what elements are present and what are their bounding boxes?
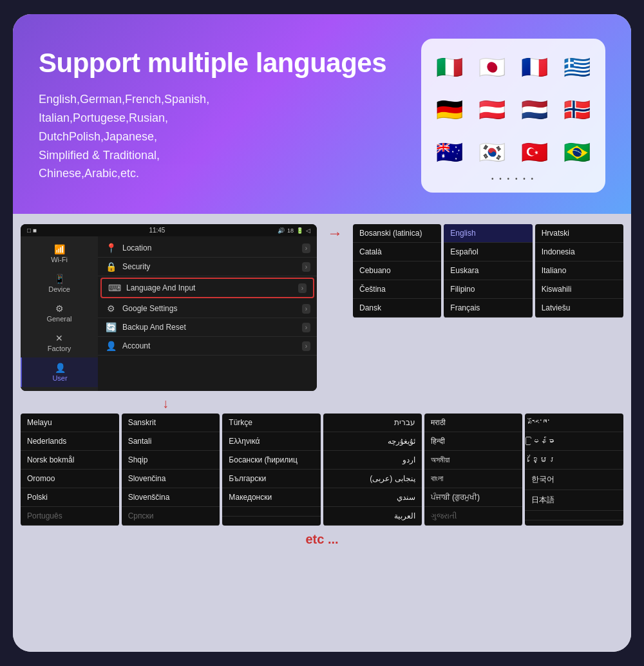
lang-makedonski[interactable]: Македонски <box>222 488 321 507</box>
lang-column-3: Hrvatski Indonesia Italiano Kiswahili La… <box>535 224 623 318</box>
lang-kiswahili[interactable]: Kiswahili <box>535 280 623 299</box>
lang-urdu[interactable]: اردو <box>323 451 422 470</box>
user-icon: 👤 <box>55 363 66 373</box>
lang-punjabi-arabic[interactable]: پنجابی (عربی) <box>323 470 422 488</box>
lang-gujarati[interactable]: ગુજરાતી <box>424 507 523 526</box>
lang-hebrew[interactable]: עברית <box>323 414 422 432</box>
lang-punjabi-gurmukhi[interactable]: ਪੰਜਾਬੀ (ਗੁਰਮੁਖੀ) <box>424 488 523 507</box>
lang-indonesia[interactable]: Indonesia <box>535 243 623 262</box>
lang-balgarski[interactable]: Български <box>222 470 321 488</box>
lang-col-melayu: Melayu Nederlands Norsk bokmål Oromoo Po… <box>21 414 119 526</box>
lang-col-hebrew: עברית ئۇيغۇرچە اردو پنجابی (عربی) سندي ا… <box>323 414 422 526</box>
lang-oromoo[interactable]: Oromoo <box>21 470 119 488</box>
lang-espanol[interactable]: Español <box>444 243 532 262</box>
lang-uyghur[interactable]: ئۇيغۇرچە <box>323 432 422 451</box>
lang-bengali[interactable]: বাংলা <box>424 470 523 488</box>
lang-dansk[interactable]: Dansk <box>353 299 441 318</box>
lang-sanskrit[interactable]: Sanskrit <box>122 414 220 432</box>
android-settings-list: 📍 Location › 🔒 Security › ⌨ Language And… <box>98 236 317 391</box>
nav-factory[interactable]: ✕ Factory <box>21 328 98 357</box>
lang-ellinika[interactable]: Ελληνικά <box>222 432 321 451</box>
security-arrow: › <box>302 262 310 272</box>
lang-santali[interactable]: Santali <box>122 432 220 451</box>
lang-column-2: English Español Euskara Filipino Françai… <box>444 224 532 318</box>
flag-grid: 🇮🇹 🇯🇵 🇫🇷 🇬🇷 🇩🇪 🇦🇹 🇳🇱 🇳🇴 🇦🇺 🇰🇷 🇹🇷 🇧🇷 <box>431 49 595 170</box>
lang-sindhi[interactable]: سندي <box>323 488 422 507</box>
lang-latviesu[interactable]: Latviešu <box>535 299 623 318</box>
lang-francais[interactable]: Français <box>444 299 532 318</box>
flag-norwegian: 🇳🇴 <box>559 91 595 128</box>
flag-italian: 🇮🇹 <box>431 49 468 85</box>
android-screen: □ ■ 11:45 🔊 18 🔋 ◁ 📶 Wi-Fi <box>21 224 317 391</box>
lang-slovencina[interactable]: Slovenčina <box>122 470 220 488</box>
lang-filipino[interactable]: Filipino <box>444 280 532 299</box>
lang-polski[interactable]: Polski <box>21 488 119 507</box>
android-statusbar: □ ■ 11:45 🔊 18 🔋 ◁ <box>21 224 317 236</box>
factory-icon: ✕ <box>55 333 63 343</box>
android-nav: 📶 Wi-Fi 📱 Device ⚙ General ✕ <box>21 236 98 391</box>
lang-row-bottom: Melayu Nederlands Norsk bokmål Oromoo Po… <box>21 414 623 526</box>
lang-blank-1 <box>222 507 321 517</box>
lang-hrvatski[interactable]: Hrvatski <box>535 224 623 243</box>
flag-austrian: 🇦🇹 <box>474 91 510 128</box>
lang-col-turkce: Türkçe Ελληνικά Босански (ћирилиц Българ… <box>222 414 321 526</box>
settings-backup-label: Backup And Reset <box>122 323 297 332</box>
statusbar-time: 11:45 <box>149 227 165 234</box>
lang-english[interactable]: English <box>444 224 532 243</box>
lang-portugues[interactable]: Português <box>21 507 119 526</box>
settings-google[interactable]: ⚙ Google Settings › <box>98 300 317 318</box>
lang-columns-top: Bosanski (latinica) Català Cebuano Češti… <box>353 224 623 318</box>
nav-wifi-label: Wi-Fi <box>51 256 68 263</box>
lang-bosanski[interactable]: Bosanski (latinica) <box>353 224 441 243</box>
lang-turkce[interactable]: Türkçe <box>222 414 321 432</box>
lang-cebuano[interactable]: Cebuano <box>353 262 441 280</box>
lang-slovenscina[interactable]: Slovenščina <box>122 488 220 507</box>
back-icon: ◁ <box>306 227 310 234</box>
main-container: Support multiple languages English,Germa… <box>13 14 631 652</box>
lang-hindi[interactable]: हिन्दी <box>424 432 523 451</box>
lang-blank-2 <box>525 511 623 520</box>
lang-korean[interactable]: 한국어 <box>525 470 623 490</box>
settings-backup[interactable]: 🔄 Backup And Reset › <box>98 318 317 337</box>
lang-bosanski-cir[interactable]: Босански (ћирилиц <box>222 451 321 470</box>
flag-australian: 🇦🇺 <box>431 134 468 170</box>
lang-norsk[interactable]: Norsk bokmål <box>21 451 119 470</box>
lang-japanese[interactable]: 日本語 <box>525 490 623 511</box>
nav-general[interactable]: ⚙ General <box>21 298 98 328</box>
lang-arabic[interactable]: العربية <box>323 507 422 526</box>
lang-col-marathi: मराठी हिन्दी অসমীয়া বাংলা ਪੰਜਾਬੀ (ਗੁਰਮੁ… <box>424 414 523 526</box>
lang-italiano[interactable]: Italiano <box>535 262 623 280</box>
nav-system[interactable]: 🌐 System <box>21 387 98 391</box>
lang-nederlands[interactable]: Nederlands <box>21 432 119 451</box>
flag-dutch: 🇳🇱 <box>516 91 553 128</box>
lang-burmese[interactable]: မြန်မာ <box>525 432 623 451</box>
nav-user[interactable]: 👤 User <box>21 357 98 387</box>
settings-google-label: Google Settings <box>122 304 297 313</box>
settings-security[interactable]: 🔒 Security › <box>98 258 317 276</box>
lang-srpski[interactable]: Српски <box>122 507 220 526</box>
nav-device[interactable]: 📱 Device <box>21 269 98 298</box>
lang-melayu[interactable]: Melayu <box>21 414 119 432</box>
lang-assamese[interactable]: অসমীয়া <box>424 451 523 470</box>
statusbar-icons: 🔊 18 🔋 ◁ <box>278 227 310 234</box>
lang-catala[interactable]: Català <box>353 243 441 262</box>
lang-cestina[interactable]: Čeština <box>353 280 441 299</box>
flag-pagination-dots: • • • • • • <box>431 175 595 182</box>
settings-language[interactable]: ⌨ Language And Input › <box>100 278 314 298</box>
account-icon: 👤 <box>104 341 117 351</box>
lang-khmer[interactable]: ខ្មែរ <box>525 451 623 470</box>
flag-turkish: 🇹🇷 <box>516 134 553 170</box>
nav-wifi[interactable]: 📶 Wi-Fi <box>21 239 98 269</box>
language-arrow: › <box>298 283 307 293</box>
nav-factory-label: Factory <box>48 345 71 352</box>
flag-korean: 🇰🇷 <box>474 134 510 170</box>
settings-location[interactable]: 📍 Location › <box>98 239 317 258</box>
lang-euskara[interactable]: Euskara <box>444 262 532 280</box>
lang-marathi[interactable]: मराठी <box>424 414 523 432</box>
settings-location-label: Location <box>122 243 297 252</box>
settings-account[interactable]: 👤 Account › <box>98 337 317 356</box>
device-icon: 📱 <box>54 274 65 284</box>
lang-dzongkha[interactable]: རྫོང་ཁ་ <box>525 414 623 432</box>
lang-shqip[interactable]: Shqip <box>122 451 220 470</box>
nav-user-label: User <box>52 374 67 382</box>
